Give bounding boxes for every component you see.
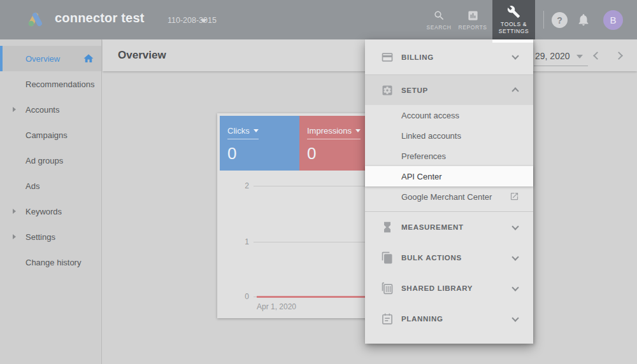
menu-section-label: SETUP — [401, 87, 428, 94]
sidebar-item-label: Campaigns — [25, 130, 68, 140]
y-tick-label: 1 — [230, 237, 249, 246]
account-name: connector test — [55, 11, 145, 25]
left-navigation: Overview Recommendations Accounts Campai… — [0, 39, 102, 364]
help-button[interactable]: ? — [552, 12, 568, 28]
expand-arrow-icon[interactable] — [13, 209, 16, 214]
date-range-underline — [534, 66, 588, 66]
sidebar-item-label: Keywords — [25, 207, 62, 216]
sidebar-item-label: Ad groups — [25, 156, 63, 165]
menu-section-label: PLANNING — [401, 315, 443, 323]
date-range-display[interactable]: 29, 2020 — [535, 51, 570, 61]
metric-label: Impressions — [307, 126, 352, 136]
menu-section-measurement[interactable]: MEASUREMENT — [365, 212, 533, 242]
sidebar-item-campaigns[interactable]: Campaigns — [0, 122, 101, 148]
tools-settings-menu: BILLING SETUP Account access Linked acco… — [365, 39, 533, 344]
account-id: 110-208-3015 — [168, 16, 217, 25]
avatar-initial: B — [610, 15, 616, 25]
chevron-up-icon — [512, 87, 519, 94]
home-icon — [83, 53, 94, 66]
search-button[interactable]: SEARCH — [421, 0, 457, 39]
metric-value: 0 — [307, 144, 316, 164]
sidebar-item-label: Ads — [25, 181, 39, 191]
sidebar-item-label: Settings — [25, 232, 55, 242]
hourglass-icon — [381, 221, 394, 234]
tools-settings-label: TOOLS & SETTINGS — [499, 21, 529, 35]
metric-box-clicks[interactable]: Clicks 0 — [220, 116, 299, 171]
sidebar-item-change-history[interactable]: Change history — [0, 249, 101, 275]
sidebar-item-label: Change history — [25, 258, 81, 267]
menu-section-planning[interactable]: PLANNING — [365, 304, 533, 334]
wrench-icon — [507, 5, 520, 18]
google-ads-logo-icon[interactable] — [25, 10, 45, 29]
menu-item-google-merchant-center[interactable]: Google Merchant Center — [365, 186, 533, 207]
chevron-down-icon — [512, 52, 519, 59]
selected-indicator — [0, 46, 3, 71]
y-tick-label: 0 — [230, 292, 249, 301]
search-label: SEARCH — [426, 24, 451, 31]
metric-selector[interactable]: Impressions — [307, 126, 361, 139]
sidebar-item-ad-groups[interactable]: Ad groups — [0, 148, 101, 173]
chevron-down-icon — [512, 314, 519, 321]
notifications-button[interactable] — [576, 12, 592, 29]
question-mark-icon: ? — [557, 15, 562, 25]
date-prev-chevron-icon[interactable] — [593, 52, 601, 60]
avatar[interactable]: B — [603, 10, 623, 30]
menu-section-label: BULK ACTIONS — [401, 254, 462, 262]
menu-item-api-center[interactable]: API Center — [365, 166, 533, 186]
sidebar-item-settings[interactable]: Settings — [0, 224, 101, 249]
search-icon — [433, 10, 445, 22]
menu-divider — [365, 207, 533, 212]
menu-section-bulk-actions[interactable]: BULK ACTIONS — [365, 242, 533, 273]
sidebar-item-accounts[interactable]: Accounts — [0, 97, 101, 122]
sidebar-item-label: Accounts — [25, 105, 59, 115]
google-ads-app: connector test 110-208-3015 SEARCH REPOR… — [0, 0, 637, 364]
account-picker-caret-icon[interactable] — [201, 19, 207, 23]
metric-selector[interactable]: Clicks — [227, 126, 259, 139]
menu-section-setup[interactable]: SETUP — [365, 75, 533, 105]
menu-section-billing[interactable]: BILLING — [365, 39, 533, 75]
metric-caret-icon — [254, 129, 259, 132]
sidebar-item-recommendations[interactable]: Recommendations — [0, 71, 101, 97]
x-axis-label: Apr 1, 2020 — [257, 302, 296, 311]
topbar-divider — [543, 11, 544, 29]
bell-icon — [576, 18, 590, 29]
setup-gear-icon — [381, 84, 394, 97]
metric-value: 0 — [227, 144, 236, 164]
expand-arrow-icon[interactable] — [13, 234, 16, 239]
menu-section-label: BILLING — [401, 53, 434, 61]
metric-label: Clicks — [227, 126, 250, 136]
bulk-copy-icon — [381, 251, 394, 264]
y-tick-label: 2 — [230, 181, 249, 190]
expand-arrow-icon[interactable] — [13, 107, 16, 112]
chevron-down-icon — [512, 223, 519, 230]
page-title: Overview — [118, 49, 166, 62]
sidebar-item-overview[interactable]: Overview — [0, 46, 101, 71]
planning-icon — [381, 312, 394, 325]
menu-section-label: SHARED LIBRARY — [401, 284, 473, 292]
date-range-caret-icon[interactable] — [576, 55, 583, 59]
menu-section-label: MEASUREMENT — [401, 223, 464, 231]
shared-library-icon — [381, 282, 394, 295]
chevron-down-icon — [512, 284, 519, 291]
credit-card-icon — [381, 51, 394, 64]
sidebar-item-label: Overview — [25, 54, 60, 64]
reports-label: REPORTS — [458, 24, 487, 31]
date-next-chevron-icon[interactable] — [615, 52, 623, 60]
chevron-down-icon — [512, 253, 519, 260]
external-link-icon — [510, 192, 519, 203]
menu-item-account-access[interactable]: Account access — [365, 105, 533, 125]
tools-settings-button[interactable]: TOOLS & SETTINGS — [492, 0, 535, 39]
top-app-bar: connector test 110-208-3015 SEARCH REPOR… — [0, 0, 637, 39]
sidebar-item-keywords[interactable]: Keywords — [0, 199, 101, 224]
reports-button[interactable]: REPORTS — [455, 0, 490, 39]
metric-caret-icon — [355, 129, 361, 132]
menu-item-linked-accounts[interactable]: Linked accounts — [365, 125, 533, 146]
reports-chart-icon — [467, 10, 479, 22]
menu-section-shared-library[interactable]: SHARED LIBRARY — [365, 273, 533, 304]
menu-item-preferences[interactable]: Preferences — [365, 146, 533, 166]
sidebar-item-ads[interactable]: Ads — [0, 173, 101, 199]
sidebar-item-label: Recommendations — [25, 80, 94, 89]
